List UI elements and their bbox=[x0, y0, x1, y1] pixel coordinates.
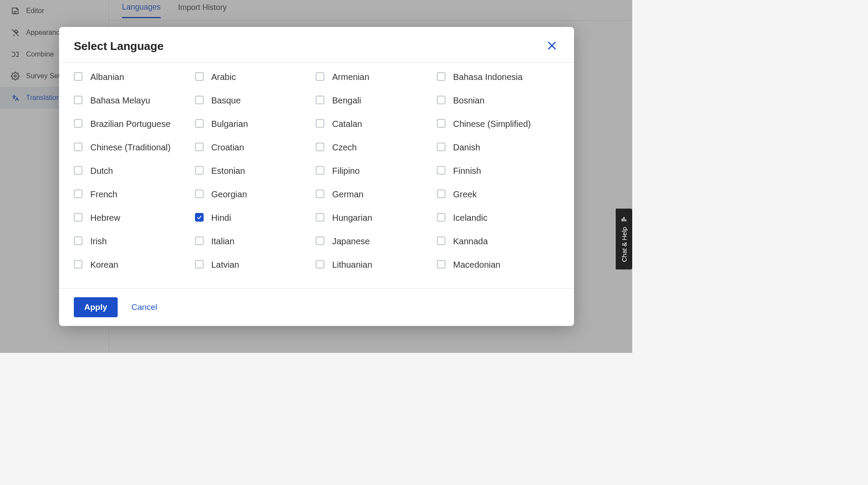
language-scroll-area[interactable]: AlbanianArabicArmenianBahasa IndonesiaBa… bbox=[74, 71, 566, 288]
language-option[interactable]: Greek bbox=[437, 189, 558, 200]
language-option[interactable]: Hungarian bbox=[316, 212, 437, 223]
language-option[interactable]: Catalan bbox=[316, 118, 437, 130]
language-checkbox[interactable] bbox=[437, 260, 446, 269]
language-checkbox[interactable] bbox=[437, 119, 446, 128]
language-checkbox[interactable] bbox=[437, 72, 446, 81]
language-option[interactable]: Georgian bbox=[195, 189, 316, 200]
language-checkbox[interactable] bbox=[74, 72, 83, 81]
language-checkbox[interactable] bbox=[195, 72, 204, 81]
language-label: Greek bbox=[453, 189, 477, 200]
language-checkbox[interactable] bbox=[437, 143, 446, 151]
language-option[interactable]: Icelandic bbox=[437, 212, 558, 223]
language-checkbox[interactable] bbox=[195, 119, 204, 128]
language-checkbox[interactable] bbox=[316, 119, 324, 128]
language-label: Croatian bbox=[211, 142, 244, 153]
language-label: Hindi bbox=[211, 212, 231, 223]
language-option[interactable]: Macedonian bbox=[437, 259, 558, 270]
language-label: Irish bbox=[90, 236, 107, 247]
language-checkbox[interactable] bbox=[316, 166, 324, 175]
language-option[interactable]: Bahasa Indonesia bbox=[437, 71, 558, 83]
language-option[interactable]: Estonian bbox=[195, 165, 316, 176]
language-label: Czech bbox=[332, 142, 357, 153]
language-option[interactable]: Czech bbox=[316, 142, 437, 153]
language-label: Brazilian Portuguese bbox=[90, 118, 171, 130]
language-option[interactable]: Finnish bbox=[437, 165, 558, 176]
svg-rect-4 bbox=[624, 217, 624, 221]
language-label: French bbox=[90, 189, 117, 200]
chat-help-tab[interactable]: Chat & Help bbox=[616, 209, 632, 269]
select-language-modal: Select Language AlbanianArabicArmenianBa… bbox=[59, 27, 574, 326]
language-checkbox[interactable] bbox=[74, 119, 83, 128]
language-option[interactable]: Bosnian bbox=[437, 95, 558, 106]
language-checkbox[interactable] bbox=[195, 236, 204, 245]
language-label: Dutch bbox=[90, 165, 113, 176]
language-checkbox[interactable] bbox=[316, 143, 324, 151]
language-label: Finnish bbox=[453, 165, 481, 176]
language-checkbox[interactable] bbox=[195, 166, 204, 175]
language-checkbox[interactable] bbox=[195, 260, 204, 269]
language-option[interactable]: Korean bbox=[74, 259, 195, 270]
language-option[interactable]: Bengali bbox=[316, 95, 437, 106]
language-label: Armenian bbox=[332, 71, 370, 83]
language-checkbox[interactable] bbox=[437, 189, 446, 198]
language-checkbox[interactable] bbox=[437, 213, 446, 222]
language-option[interactable]: Arabic bbox=[195, 71, 316, 83]
language-option[interactable]: German bbox=[316, 189, 437, 200]
language-label: Estonian bbox=[211, 165, 245, 176]
language-option[interactable]: Chinese (Traditional) bbox=[74, 142, 195, 153]
language-option[interactable]: Bulgarian bbox=[195, 118, 316, 130]
language-checkbox[interactable] bbox=[437, 96, 446, 104]
language-option[interactable]: Danish bbox=[437, 142, 558, 153]
language-option[interactable]: Latvian bbox=[195, 259, 316, 270]
language-option[interactable]: Basque bbox=[195, 95, 316, 106]
apply-button[interactable]: Apply bbox=[74, 297, 118, 317]
language-label: Albanian bbox=[90, 71, 124, 83]
language-checkbox[interactable] bbox=[74, 143, 83, 151]
language-option[interactable]: Hindi bbox=[195, 212, 316, 223]
language-checkbox[interactable] bbox=[316, 213, 324, 222]
language-option[interactable]: Hebrew bbox=[74, 212, 195, 223]
language-option[interactable]: Croatian bbox=[195, 142, 316, 153]
language-checkbox[interactable] bbox=[195, 96, 204, 104]
language-checkbox[interactable] bbox=[74, 236, 83, 245]
svg-rect-3 bbox=[622, 219, 623, 221]
modal-body: AlbanianArabicArmenianBahasa IndonesiaBa… bbox=[59, 63, 574, 288]
language-checkbox[interactable] bbox=[195, 213, 204, 222]
language-label: Bosnian bbox=[453, 95, 485, 106]
language-checkbox[interactable] bbox=[437, 166, 446, 175]
language-checkbox[interactable] bbox=[316, 96, 324, 104]
language-option[interactable]: Armenian bbox=[316, 71, 437, 83]
close-button[interactable] bbox=[545, 38, 559, 54]
language-label: Georgian bbox=[211, 189, 247, 200]
language-checkbox[interactable] bbox=[74, 166, 83, 175]
language-option[interactable]: Japanese bbox=[316, 236, 437, 247]
language-checkbox[interactable] bbox=[74, 189, 83, 198]
language-label: Korean bbox=[90, 259, 119, 270]
language-checkbox[interactable] bbox=[316, 72, 324, 81]
language-option[interactable]: Dutch bbox=[74, 165, 195, 176]
language-checkbox[interactable] bbox=[316, 236, 324, 245]
language-checkbox[interactable] bbox=[74, 260, 83, 269]
language-checkbox[interactable] bbox=[195, 143, 204, 151]
language-label: Hebrew bbox=[90, 212, 120, 223]
language-option[interactable]: Chinese (Simplified) bbox=[437, 118, 558, 130]
language-option[interactable]: Filipino bbox=[316, 165, 437, 176]
language-option[interactable]: Italian bbox=[195, 236, 316, 247]
language-checkbox[interactable] bbox=[74, 96, 83, 104]
language-option[interactable]: Albanian bbox=[74, 71, 195, 83]
language-option[interactable]: Kannada bbox=[437, 236, 558, 247]
language-option[interactable]: Irish bbox=[74, 236, 195, 247]
language-label: Macedonian bbox=[453, 259, 501, 270]
language-checkbox[interactable] bbox=[195, 189, 204, 198]
language-checkbox[interactable] bbox=[437, 236, 446, 245]
language-label: German bbox=[332, 189, 363, 200]
language-option[interactable]: Brazilian Portuguese bbox=[74, 118, 195, 130]
language-option[interactable]: Lithuanian bbox=[316, 259, 437, 270]
language-option[interactable]: Bahasa Melayu bbox=[74, 95, 195, 106]
modal-header: Select Language bbox=[59, 27, 574, 63]
language-checkbox[interactable] bbox=[316, 189, 324, 198]
language-option[interactable]: French bbox=[74, 189, 195, 200]
language-checkbox[interactable] bbox=[316, 260, 324, 269]
cancel-button[interactable]: Cancel bbox=[132, 302, 157, 312]
language-checkbox[interactable] bbox=[74, 213, 83, 222]
